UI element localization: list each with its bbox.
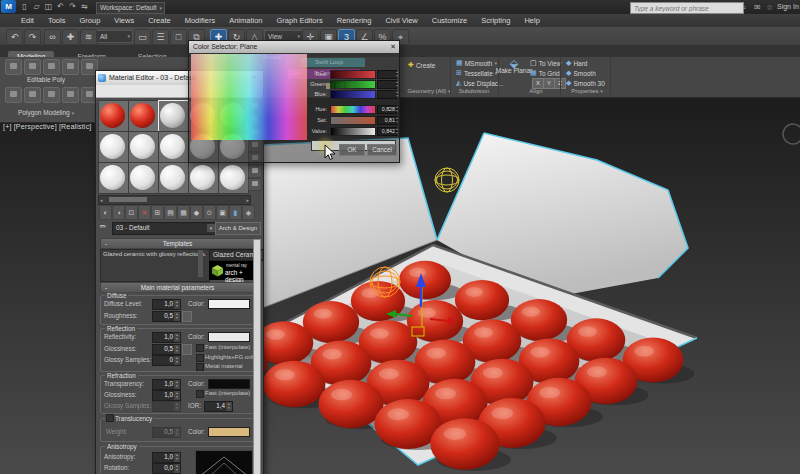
toolbar-icon[interactable]: ↶ [6,29,23,45]
menu-animation[interactable]: Animation [222,16,269,25]
slider-spinner[interactable]: ▴▾ [396,127,398,135]
slider-gradient-bar[interactable] [330,80,376,89]
subobject-icon[interactable] [24,87,41,103]
selection-filter-dropdown[interactable]: All▾ [96,30,133,43]
menu-rendering[interactable]: Rendering [330,16,379,25]
slider-value[interactable] [377,70,397,79]
search-help-icon[interactable]: ⌕ [742,2,746,13]
material-sample-slot[interactable] [98,100,129,132]
toolbar-icon[interactable]: ☰ [152,29,169,45]
ior-spinner[interactable]: 1,4▴▾ [204,401,233,412]
templates-rollout-header[interactable]: -Templates [100,238,255,249]
template-description-scrollbar[interactable] [198,250,203,277]
slider-spinner[interactable]: ▴▾ [396,70,398,78]
translucency-color-swatch[interactable] [208,427,250,437]
properties-panel-label[interactable]: Properties ▾ [562,88,612,94]
favorites-star-icon[interactable]: ☆ [766,2,773,13]
refraction-color-swatch[interactable] [208,379,250,389]
search-input[interactable] [630,2,744,14]
slider-gradient-bar[interactable] [330,70,376,79]
material-tool-icon[interactable]: ▣ [216,205,229,220]
reflection-samples-spinner[interactable]: 0▴▾ [152,355,181,366]
menu-edit[interactable]: Edit [14,16,41,25]
save-file-icon[interactable]: ◫ [43,2,54,12]
viewport-label[interactable]: [+] [Perspective] [Realistic] [3,123,91,130]
to-view-button[interactable]: ▢To View [530,58,561,68]
translucency-checkbox[interactable] [106,414,114,422]
material-sample-slot[interactable] [128,131,159,163]
toolbar-icon[interactable]: ✚ [62,29,79,45]
menu-views[interactable]: Views [107,16,141,25]
close-icon[interactable]: ✕ [390,41,396,53]
material-tool-icon[interactable]: ▦ [177,205,190,220]
toolbar-icon[interactable]: ▭ [134,29,151,45]
cancel-button[interactable]: Cancel [367,144,397,156]
metal-material-checkbox[interactable] [196,363,204,371]
reflectivity-spinner[interactable]: 1,0▴▾ [152,332,181,343]
smooth30-button[interactable]: ◆Smooth 30 [566,78,605,88]
refraction-fast-checkbox[interactable] [196,390,204,398]
material-tool-icon[interactable]: ◈ [242,205,255,220]
slider-value[interactable]: 0,842 [377,127,397,136]
hard-edge-button[interactable]: ◆Hard [566,58,587,68]
material-sample-slot[interactable] [128,162,159,194]
material-sample-slot[interactable] [128,100,159,132]
slider-gradient-bar[interactable] [330,127,376,136]
material-sample-slot[interactable] [158,100,189,132]
subobject-icon[interactable] [5,87,22,103]
max-logo-icon[interactable]: M [1,0,16,13]
material-tool-icon[interactable]: ✕ [138,205,151,220]
toolbar-icon[interactable]: ∞ [44,29,61,45]
color-selector-titlebar[interactable]: Color Selector: Plane ✕ [189,41,399,53]
reflection-color-swatch[interactable] [208,332,250,342]
scroll-left-icon[interactable]: ◂ [100,197,103,203]
subobject-icon[interactable] [43,59,60,75]
roughness-map-button[interactable] [182,311,192,322]
slider-gradient-bar[interactable] [330,116,376,125]
slot-option-icon[interactable] [248,178,262,191]
slider-value[interactable]: 0,828 [377,105,397,114]
slider-value[interactable]: 0,81 [377,116,397,125]
material-type-button[interactable]: Arch & Design [215,222,261,235]
material-sample-slot[interactable] [188,162,219,194]
reflection-fast-checkbox[interactable] [196,344,204,352]
subobject-icon[interactable] [62,59,79,75]
diffuse-color-swatch[interactable] [208,299,250,309]
subobject-icon[interactable] [62,87,79,103]
material-tool-icon[interactable]: ▮ [229,205,242,220]
toolbar-icon[interactable]: ≋ [80,29,97,45]
slider-value[interactable] [377,90,397,99]
slider-spinner[interactable]: ▴▾ [396,80,398,88]
subobject-icon[interactable] [24,59,41,75]
refraction-glossiness-spinner[interactable]: 1,0▴▾ [152,390,181,401]
material-tool-icon[interactable]: ⊞ [151,205,164,220]
pick-material-eyedropper-icon[interactable]: ✎ [98,221,109,232]
slider-gradient-bar[interactable] [330,90,376,99]
menu-customize[interactable]: Customize [425,16,474,25]
redo-icon[interactable]: ↷ [67,2,78,12]
menu-create[interactable]: Create [141,16,178,25]
scrollbar-thumb[interactable] [109,197,147,202]
subobject-icon[interactable] [5,59,22,75]
menu-tools[interactable]: Tools [41,16,73,25]
undo-icon[interactable]: ↶ [55,2,66,12]
sign-in-button[interactable]: Sign In [777,3,799,10]
slider-spinner[interactable]: ▴▾ [396,116,398,124]
slots-horizontal-scrollbar[interactable]: ◂ ▸ [98,195,251,205]
material-sample-slot[interactable] [98,131,129,163]
highlights-fg-checkbox[interactable] [196,354,204,362]
reflection-glossiness-map-button[interactable] [182,344,192,355]
tessellate-button[interactable]: ⊞Tessellate▾ [456,68,497,78]
reflection-glossiness-spinner[interactable]: 0,5▴▾ [152,344,181,355]
slider-value[interactable] [377,80,397,89]
material-tool-icon[interactable]: ▤ [164,205,177,220]
slider-spinner[interactable]: ▴▾ [396,90,398,98]
material-tool-icon[interactable]: ◐ [99,205,112,220]
material-sample-slot[interactable] [158,162,189,194]
project-toggle-icon[interactable]: ⇋ [79,2,90,12]
menu-group[interactable]: Group [72,16,107,25]
ok-button[interactable]: OK [339,144,365,156]
make-planar-button[interactable]: ⬙ Make Planar [502,59,526,89]
subobject-icon[interactable] [43,87,60,103]
material-tool-icon[interactable]: ⊙ [203,205,216,220]
